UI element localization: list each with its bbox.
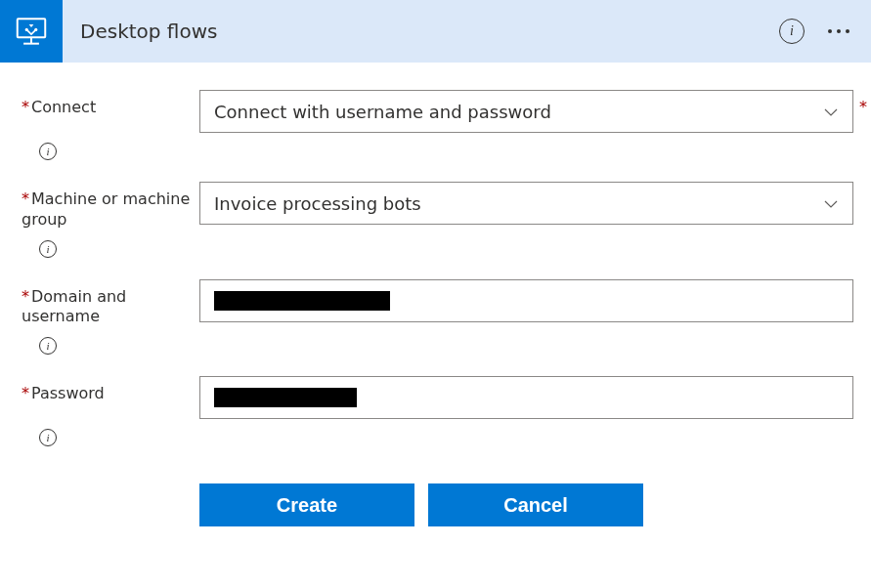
desktop-flows-icon	[0, 0, 63, 63]
redacted-value	[214, 388, 357, 407]
chevron-down-icon	[823, 104, 839, 119]
password-input[interactable]	[199, 376, 853, 419]
password-info-icon[interactable]	[39, 429, 57, 446]
redacted-value	[214, 291, 390, 311]
machine-select[interactable]: Invoice processing bots	[199, 182, 853, 225]
connection-form: *Connect Connect with username and passw…	[0, 63, 871, 526]
connector-header: Desktop flows	[0, 0, 871, 63]
machine-info-icon[interactable]	[39, 240, 57, 258]
required-indicator: *	[859, 98, 867, 116]
domain-username-input[interactable]	[199, 279, 853, 322]
connect-info-icon[interactable]	[39, 143, 57, 160]
connect-label: *Connect	[22, 90, 199, 118]
chevron-down-icon	[823, 195, 839, 211]
machine-label: *Machine or machine group	[22, 182, 199, 231]
password-label: *Password	[22, 376, 199, 404]
domain-username-label: *Domain and username	[22, 279, 199, 328]
cancel-button[interactable]: Cancel	[428, 483, 643, 526]
info-icon[interactable]	[779, 19, 805, 44]
connect-select[interactable]: Connect with username and password	[199, 90, 853, 133]
machine-select-value: Invoice processing bots	[214, 193, 823, 214]
create-button[interactable]: Create	[199, 483, 414, 526]
more-menu-icon[interactable]	[828, 29, 859, 33]
domain-username-info-icon[interactable]	[39, 337, 57, 355]
header-title: Desktop flows	[80, 20, 217, 43]
connect-select-value: Connect with username and password	[214, 102, 823, 122]
